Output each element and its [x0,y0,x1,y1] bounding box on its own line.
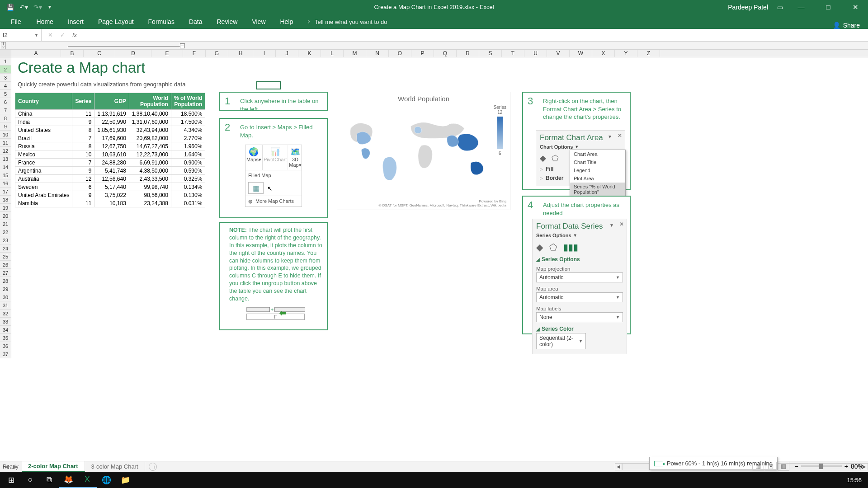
table-cell[interactable]: United Arab Emirates [15,191,72,199]
table-cell[interactable]: 1,31,07,60,000 [129,118,171,126]
table-cell[interactable]: 1,85,61,930 [94,126,129,134]
row-header[interactable]: 19 [0,204,11,212]
customize-qat-icon[interactable]: ▼ [47,5,52,9]
column-header[interactable]: S [479,50,502,57]
column-header[interactable]: M [344,50,366,57]
select-all-corner[interactable] [0,50,11,57]
column-header[interactable]: E [151,50,183,57]
table-cell[interactable]: Mexico [15,150,72,159]
table-cell[interactable]: United States [15,126,72,134]
column-header[interactable]: Y [615,50,637,57]
table-cell[interactable]: 7 [72,134,94,142]
row-header[interactable]: 26 [0,261,11,269]
row-header[interactable]: 27 [0,269,11,277]
table-cell[interactable]: 11 [72,199,94,207]
table-cell[interactable]: 2,43,33,500 [129,175,171,183]
table-cell[interactable]: 1,38,10,40,000 [129,110,171,118]
row-header[interactable]: 12 [0,147,11,155]
row-header[interactable]: 7 [0,106,11,114]
table-cell[interactable]: 4.340% [171,126,205,134]
row-header[interactable]: 4 [0,82,11,90]
row-header[interactable]: 13 [0,155,11,163]
table-header[interactable]: % of WorldPopulation [171,93,205,110]
table-cell[interactable]: 4,38,50,000 [129,167,171,175]
table-cell[interactable]: 6 [72,183,94,191]
menu-plot-area[interactable]: Plot Area [570,174,625,183]
row-header[interactable]: 14 [0,163,11,171]
menu-series[interactable]: Series "% of World Population" [570,183,625,196]
table-cell[interactable]: 10 [72,150,94,159]
column-header[interactable]: I [253,50,276,57]
map-projection-select[interactable]: Automatic▼ [536,272,623,282]
row-header[interactable]: 33 [0,318,11,326]
table-cell[interactable]: Russia [15,142,72,150]
table-cell[interactable]: 18.500% [171,110,205,118]
table-cell[interactable]: Sweden [15,183,72,191]
fds-section-1[interactable]: Series Options [542,256,580,263]
table-cell[interactable]: 0.031% [171,199,205,207]
fca-border[interactable]: Border [546,175,563,181]
table-cell[interactable]: 8 [72,126,94,134]
table-cell[interactable]: 99,98,740 [129,183,171,191]
row-header[interactable]: 17 [0,188,11,196]
share-button[interactable]: Share [843,22,860,29]
table-cell[interactable]: 10,63,610 [94,150,129,159]
fds-series-options[interactable]: Series Options [536,233,571,238]
table-cell[interactable]: 0.325% [171,175,205,183]
map-labels-select[interactable]: None▼ [536,312,623,322]
column-header[interactable]: X [592,50,615,57]
table-row[interactable]: Namibia1110,18323,24,3880.031% [15,199,205,207]
effects-icon[interactable]: ⬠ [552,153,559,163]
name-box[interactable]: I2 ▼ [0,29,42,41]
row-header[interactable]: 20 [0,212,11,220]
cancel-formula-icon[interactable]: ✕ [48,32,53,38]
normal-view-button[interactable]: ▦ [752,462,764,471]
page-break-view-button[interactable]: ▥ [778,462,789,471]
table-cell[interactable]: Argentina [15,167,72,175]
row-header[interactable]: 32 [0,310,11,318]
row-header[interactable]: 9 [0,122,11,131]
new-sheet-button[interactable]: + [149,463,157,471]
column-header[interactable]: D [115,50,151,57]
row-header[interactable]: 5 [0,90,11,98]
tell-me-search[interactable]: ♀ Tell me what you want to do [300,15,393,29]
table-cell[interactable]: China [15,110,72,118]
table-cell[interactable]: 24,88,280 [94,159,129,167]
table-row[interactable]: Argentina95,41,7484,38,50,0000.590% [15,167,205,175]
row-header[interactable]: 1 [0,57,11,66]
column-header[interactable]: F [183,50,206,57]
row-header[interactable]: 37 [0,350,11,358]
row-header[interactable]: 25 [0,253,11,261]
table-cell[interactable]: 20,69,82,000 [129,134,171,142]
table-row[interactable]: France724,88,2806,69,91,0000.900% [15,159,205,167]
zoom-value[interactable]: 80% [851,463,863,470]
tab-view[interactable]: View [245,14,273,29]
row-header[interactable]: 23 [0,236,11,244]
scroll-left-icon[interactable]: ◀ [615,463,622,470]
tab-help[interactable]: Help [273,14,301,29]
fca-close-icon[interactable]: ✕ [618,132,622,139]
fds-section-2[interactable]: Series Color [542,326,574,332]
table-row[interactable]: Russia812,67,75014,67,27,4051.960% [15,142,205,150]
task-view-icon[interactable]: ⧉ [40,472,59,488]
row-header[interactable]: 11 [0,139,11,147]
row-header[interactable]: 21 [0,220,11,228]
row-header[interactable]: 24 [0,244,11,253]
table-cell[interactable]: Brazil [15,134,72,142]
table-cell[interactable]: 1,13,91,619 [94,110,129,118]
worksheet-grid[interactable]: 1234567891011121314151617181920212223242… [0,57,868,428]
undo-icon[interactable]: ↶▾ [19,4,28,11]
row-header[interactable]: 18 [0,196,11,204]
fds-dropdown-icon[interactable]: ▼ [609,223,614,228]
table-header[interactable]: Country [15,93,72,110]
zoom-control[interactable]: − + 80% [795,463,863,470]
sheet-tab-1[interactable]: 2-color Map Chart [22,461,85,472]
row-header[interactable]: 22 [0,228,11,236]
outline-level-buttons[interactable]: 12 [1,42,6,49]
tab-data[interactable]: Data [182,14,210,29]
menu-chart-title[interactable]: Chart Title [570,158,625,166]
table-cell[interactable]: 23,24,388 [129,199,171,207]
column-header[interactable]: U [524,50,547,57]
zoom-in-button[interactable]: + [844,463,848,470]
column-header[interactable]: J [276,50,298,57]
